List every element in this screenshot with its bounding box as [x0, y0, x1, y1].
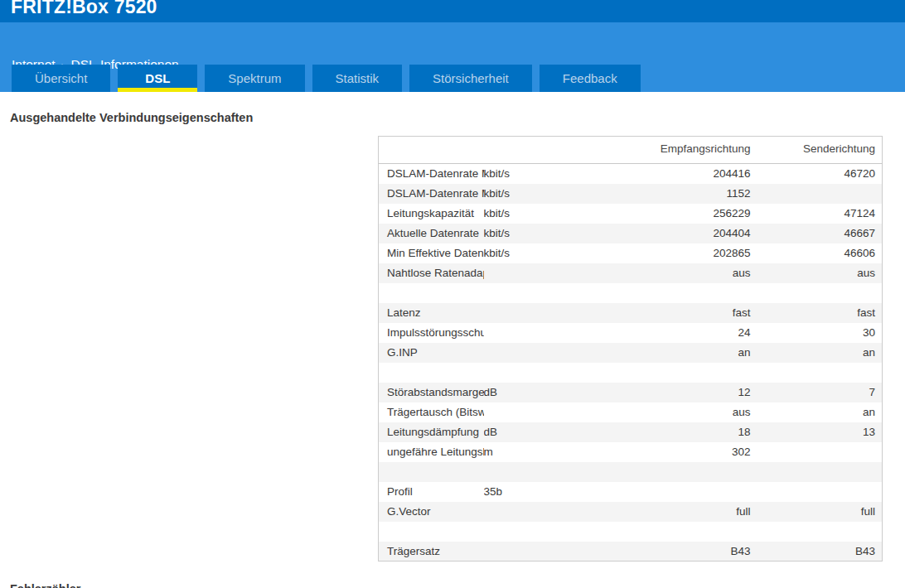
tab-übersicht[interactable]: Übersicht	[12, 65, 110, 92]
cell-downstream: 202865	[575, 243, 757, 263]
cell-parameter: Latenz	[379, 303, 484, 323]
cell-downstream	[575, 283, 757, 303]
cell-downstream	[575, 462, 757, 482]
cell-parameter	[379, 283, 484, 303]
table-row: DSLAM-Datenrate Max.kbit/s20441646720	[379, 164, 883, 184]
tab-bar: ÜbersichtDSLSpektrumStatistikStörsicherh…	[12, 65, 641, 92]
cell-parameter: Trägertausch (Bitswap)	[379, 402, 484, 422]
cell-upstream: B43	[757, 542, 883, 561]
cell-unit	[484, 502, 575, 522]
table-row: ungefähre Leitungslängem302	[379, 442, 883, 462]
cell-parameter	[379, 462, 484, 482]
tab-spektrum[interactable]: Spektrum	[205, 65, 304, 92]
connection-properties-table: EmpfangsrichtungSenderichtung DSLAM-Date…	[378, 136, 883, 561]
cell-unit: m	[484, 442, 575, 462]
cell-parameter: DSLAM-Datenrate Min.	[379, 184, 484, 204]
cell-unit: kbit/s	[484, 224, 575, 243]
cell-upstream	[757, 184, 883, 204]
app-title: FRITZ!Box 7520	[11, 0, 905, 18]
next-section-heading: Fehlerzähler	[10, 582, 905, 588]
cell-upstream	[757, 482, 883, 502]
cell-unit: kbit/s	[484, 243, 575, 263]
column-header: Empfangsrichtung	[575, 137, 757, 164]
tab-label: Spektrum	[228, 71, 281, 85]
cell-upstream: an	[757, 343, 883, 363]
cell-upstream: aus	[757, 263, 883, 283]
table-row: Min Effektive Datenratekbit/s20286546606	[379, 243, 883, 263]
cell-parameter: Profil	[379, 482, 484, 502]
tab-label: Störsicherheit	[433, 71, 509, 85]
cell-downstream: 204416	[575, 164, 757, 184]
tab-statistik[interactable]: Statistik	[312, 65, 403, 92]
table-row	[379, 462, 883, 482]
cell-parameter: G.Vector	[379, 502, 484, 522]
cell-downstream: full	[575, 502, 757, 522]
cell-upstream: 30	[757, 323, 883, 343]
tab-label: DSL	[145, 71, 170, 85]
cell-unit: kbit/s	[484, 164, 575, 184]
cell-unit	[484, 343, 575, 363]
table-row: StörabstandsmargedB127	[379, 383, 883, 402]
cell-parameter: Min Effektive Datenrate	[379, 243, 484, 263]
cell-downstream: aus	[575, 402, 757, 422]
tab-störsicherheit[interactable]: Störsicherheit	[409, 65, 532, 92]
cell-unit	[484, 542, 575, 561]
cell-upstream: 7	[757, 383, 883, 402]
tab-label: Übersicht	[35, 71, 87, 85]
table-row: Nahtlose Ratenadaptionausaus	[379, 263, 883, 283]
cell-downstream: 302	[575, 442, 757, 462]
table-row: Profil35b	[379, 482, 883, 502]
cell-parameter: Trägersatz	[379, 542, 484, 561]
tab-feedback[interactable]: Feedback	[540, 65, 641, 92]
cell-unit: kbit/s	[484, 184, 575, 204]
cell-downstream: 12	[575, 383, 757, 402]
table-row	[379, 522, 883, 542]
cell-upstream: 46606	[757, 243, 883, 263]
table-row: Aktuelle Datenratekbit/s20440446667	[379, 224, 883, 243]
cell-parameter: Nahtlose Ratenadaption	[379, 263, 484, 283]
cell-downstream	[575, 363, 757, 383]
cell-upstream: full	[757, 502, 883, 522]
cell-unit	[484, 363, 575, 383]
column-header	[379, 137, 484, 164]
tab-dsl[interactable]: DSL	[118, 65, 197, 92]
table-row: DSLAM-Datenrate Min.kbit/s1152	[379, 184, 883, 204]
main-content: Ausgehandelte Verbindungseigenschaften E…	[0, 92, 905, 588]
cell-upstream: 46720	[757, 164, 883, 184]
cell-unit	[484, 323, 575, 343]
section-heading: Ausgehandelte Verbindungseigenschaften	[0, 92, 905, 124]
cell-parameter: ungefähre Leitungslänge	[379, 442, 484, 462]
table-row: G.Vectorfullfull	[379, 502, 883, 522]
table-row: TrägersatzB43B43	[379, 542, 883, 561]
column-header	[484, 137, 575, 164]
table-row: Leitungskapazitätkbit/s25622947124	[379, 204, 883, 224]
cell-upstream: fast	[757, 303, 883, 323]
cell-upstream: 46667	[757, 224, 883, 243]
cell-parameter: Störabstandsmarge	[379, 383, 484, 402]
cell-unit: dB	[484, 383, 575, 402]
column-header: Senderichtung	[757, 137, 883, 164]
active-tab-underline	[118, 88, 197, 92]
cell-unit	[484, 283, 575, 303]
cell-upstream	[757, 522, 883, 542]
cell-downstream: 18	[575, 422, 757, 442]
cell-unit	[484, 522, 575, 542]
table-header-row: EmpfangsrichtungSenderichtung	[379, 137, 883, 164]
cell-parameter	[379, 363, 484, 383]
sub-header-band: Internet › DSL-Informationen ÜbersichtDS…	[0, 22, 905, 92]
cell-parameter: DSLAM-Datenrate Max.	[379, 164, 484, 184]
cell-downstream: B43	[575, 542, 757, 561]
cell-downstream	[575, 482, 757, 502]
cell-unit: 35b	[484, 482, 575, 502]
cell-unit: kbit/s	[484, 204, 575, 224]
table-row: Latenzfastfast	[379, 303, 883, 323]
cell-downstream: fast	[575, 303, 757, 323]
table-row: LeitungsdämpfungdB1813	[379, 422, 883, 442]
cell-upstream: 47124	[757, 204, 883, 224]
cell-downstream: an	[575, 343, 757, 363]
table-row	[379, 363, 883, 383]
cell-downstream: 24	[575, 323, 757, 343]
tab-label: Feedback	[563, 71, 617, 85]
cell-downstream: 1152	[575, 184, 757, 204]
cell-upstream	[757, 462, 883, 482]
